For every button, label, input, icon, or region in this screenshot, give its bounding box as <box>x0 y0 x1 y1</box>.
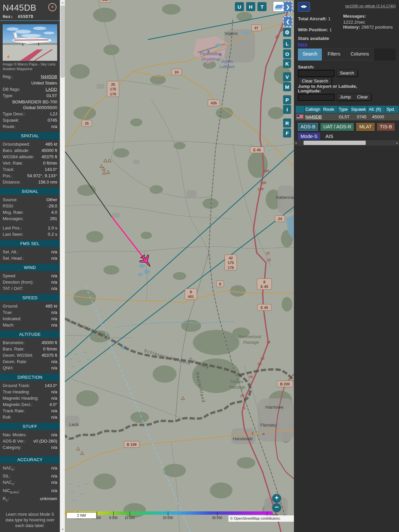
data-row-value: GL5T <box>13 93 57 98</box>
map-button-p[interactable]: P <box>283 95 291 104</box>
aircraft-table-row[interactable]: N445DBGL5T074545000 <box>296 113 399 120</box>
badge-modes[interactable]: Mode-S <box>298 133 320 140</box>
callsign-cell: N445DB <box>305 113 322 120</box>
map-button-o[interactable]: O <box>283 50 291 58</box>
clear-search-button[interactable]: Clear Search <box>299 77 332 84</box>
road-badge: 25 <box>111 82 115 86</box>
altitude-cell: 45000 <box>368 113 385 120</box>
map-button-t[interactable]: T <box>258 2 266 11</box>
data-row-label: DB flags: <box>3 86 20 92</box>
data-row-value: 45375 ft <box>34 154 57 160</box>
route-cell <box>322 113 337 120</box>
collapse-panel-button[interactable]: ❮ <box>283 16 292 27</box>
panel-horizontal-scrollbar[interactable]: ◂ ▸ <box>294 140 399 146</box>
map-button-h[interactable]: H <box>246 2 255 11</box>
map-button-l[interactable]: L <box>283 39 291 48</box>
data-row-label: WGS84 altitude: <box>3 154 34 160</box>
map-attribution[interactable]: © OpenStreetMap contributors. <box>228 515 294 522</box>
badge-uat[interactable]: UAT / ADS-R <box>321 123 354 131</box>
jump-clear-button[interactable]: Clear <box>354 93 371 100</box>
jump-input[interactable] <box>298 94 334 101</box>
column-header-Squawk[interactable]: Squawk <box>350 106 367 113</box>
map-label-harrislee: Harrislee <box>265 405 283 410</box>
column-header-Callsign[interactable]: Callsign <box>305 106 322 113</box>
column-header-flag[interactable] <box>296 106 304 113</box>
infoblock-scrollbar-thumb[interactable] <box>61 5 65 78</box>
callsign-link[interactable]: N445DB <box>306 114 322 119</box>
data-row: Category:n/a <box>0 444 60 451</box>
infoblock-scrollbar[interactable]: ▲ ▼ <box>60 0 65 532</box>
aircraft-photo <box>3 24 57 61</box>
legend-tick-label: 10 000 <box>125 516 135 520</box>
data-row: United States <box>0 80 60 86</box>
search-button[interactable]: Search <box>336 69 357 76</box>
data-row: Last Pos.:1.0 s <box>0 225 60 231</box>
data-row-value: Other <box>18 197 57 202</box>
panel-width-toggle-icon[interactable]: ◀▶ <box>298 2 310 12</box>
road-badge: B 199 <box>127 443 136 447</box>
total-aircraft-label: Total Aircraft: <box>298 16 327 21</box>
scroll-down-icon[interactable]: ▼ <box>60 527 65 532</box>
github-version-link[interactable]: tar1090 on github (3.14.1740) <box>345 4 396 8</box>
search-input[interactable] <box>298 70 334 77</box>
data-row: Direction (from):n/a <box>0 279 60 285</box>
data-row: True:n/a <box>0 309 60 316</box>
close-icon[interactable]: × <box>48 3 57 11</box>
data-row-label: Source: <box>3 197 18 202</box>
section-header: WIND <box>0 264 60 271</box>
tab-columns[interactable]: Columns <box>346 49 373 61</box>
column-header-Route[interactable]: Route <box>322 106 337 113</box>
column-header-Alt. (ft)[interactable]: Alt. (ft) <box>368 106 385 113</box>
data-row-label: Last Pos.: <box>3 225 22 231</box>
data-row-label: Speed: <box>3 273 16 279</box>
tab-filters[interactable]: Filters <box>323 49 345 61</box>
with-position-label: With Position: <box>298 27 328 32</box>
road-badge: 8 <box>190 290 192 294</box>
data-row: DB flags:LADD <box>0 86 60 92</box>
data-row-value[interactable]: LADD <box>20 86 57 92</box>
messages-value: 1222.2/sec <box>343 20 365 25</box>
hscroll-right-icon[interactable]: ▸ <box>396 141 398 145</box>
badge-adsb[interactable]: ADS-B <box>298 123 318 131</box>
road-badge: 401 <box>188 295 194 299</box>
stats-here-link[interactable]: here <box>298 42 308 47</box>
data-row: Barometric:45000 ft <box>0 339 60 346</box>
map-button-v[interactable]: V <box>283 72 291 81</box>
scroll-up-icon[interactable]: ▲ <box>60 0 65 5</box>
zoom-in-button[interactable]: + <box>272 494 281 503</box>
map-button-f[interactable]: F <box>283 129 291 137</box>
layers-button[interactable] <box>273 2 284 11</box>
data-row: NICBARO:n/a <box>0 487 60 496</box>
badge-ais[interactable]: AIS <box>323 133 336 140</box>
hscroll-thumb[interactable] <box>304 141 366 145</box>
zoom-out-button[interactable]: − <box>272 503 281 512</box>
column-header-Spd.[interactable]: Spd. <box>385 106 399 113</box>
data-row: BOMBARDIER BD-700 Global 5000/5500 <box>0 99 60 111</box>
data-row-value: n/a <box>21 445 57 450</box>
map-button-r[interactable]: R <box>283 119 291 127</box>
data-row-value: n/a <box>11 414 57 420</box>
data-row-value: 0 ft/min <box>23 160 57 166</box>
jump-label: Jump to Airport or Latitude, <box>298 84 357 89</box>
badge-tisb[interactable]: TIS-B <box>377 123 395 131</box>
tab-search[interactable]: Search <box>298 49 322 61</box>
badge-mlat[interactable]: MLAT <box>356 123 374 131</box>
road-badge: 435 <box>211 101 217 105</box>
data-row-label: True Heading: <box>3 389 30 395</box>
expand-panel-button[interactable]: ❯ <box>283 1 292 12</box>
map[interactable]: ✈ ✈ ✈ Vojens Flyvestation Skrydstrup Voj… <box>65 0 294 532</box>
road-badge: E 45 <box>261 306 268 310</box>
data-row-value: 1.0 s <box>22 225 57 231</box>
jump-button[interactable]: Jump <box>336 93 354 100</box>
data-row-value[interactable]: N445DB <box>13 74 57 79</box>
column-header-Type[interactable]: Type <box>338 106 350 113</box>
map-button-u[interactable]: U <box>235 2 244 11</box>
map-button-i[interactable]: I <box>283 105 291 114</box>
row-spacer <box>0 222 60 225</box>
map-button-k[interactable]: K <box>283 59 291 68</box>
road-badge: B 200 <box>280 382 290 386</box>
map-canvas[interactable]: ✈ ✈ ✈ Vojens Flyvestation Skrydstrup Voj… <box>65 0 294 532</box>
map-button-m[interactable]: M <box>283 82 291 91</box>
hscroll-left-icon[interactable]: ◂ <box>295 141 297 145</box>
settings-gear-button[interactable]: ⚙ <box>283 28 291 37</box>
